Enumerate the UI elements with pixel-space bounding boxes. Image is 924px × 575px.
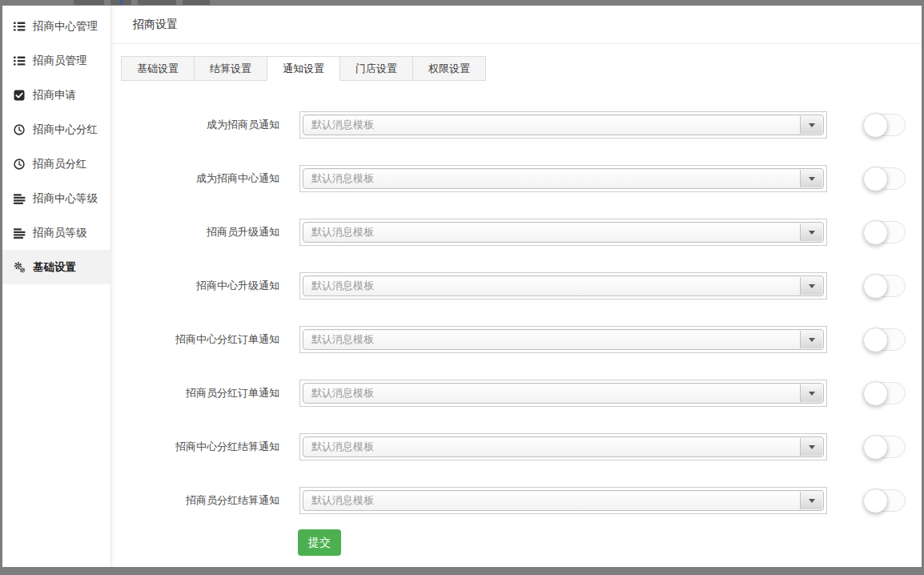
notification-toggle-off[interactable] (864, 275, 906, 297)
toggle-knob (863, 328, 888, 352)
row-label: 成为招商员通知 (111, 118, 279, 132)
template-select-wrapper: 默认消息模板 (299, 326, 827, 353)
notification-toggle-off[interactable] (864, 221, 906, 243)
template-select-wrapper: 默认消息模板 (299, 219, 827, 246)
selected-option-label: 默认消息模板 (311, 225, 374, 239)
toggle-knob (863, 113, 888, 138)
dropdown-arrow-icon (800, 331, 822, 348)
selected-option-label: 默认消息模板 (311, 493, 374, 508)
list-icon (13, 21, 26, 32)
row-label: 招商中心升级通知 (111, 279, 279, 293)
dropdown-arrow-icon (800, 170, 822, 187)
notification-toggle-off[interactable] (864, 436, 906, 458)
clock-icon (13, 159, 26, 170)
sidebar-item-label: 招商员分红 (33, 157, 87, 171)
sidebar: 招商中心管理招商员管理招商申请招商中心分红招商员分红招商中心等级招商员等级基础设… (2, 6, 111, 567)
template-select[interactable]: 默认消息模板 (303, 168, 824, 189)
template-select-wrapper: 默认消息模板 (299, 380, 827, 407)
form-row: 招商中心升级通知默认消息模板 (111, 272, 922, 300)
sidebar-item-label: 招商中心分红 (33, 123, 98, 137)
form-row: 招商中心分红结算通知默认消息模板 (111, 433, 922, 460)
sidebar-item[interactable]: 招商员管理 (2, 43, 110, 78)
page-title: 招商设置 (133, 18, 178, 32)
template-select-wrapper: 默认消息模板 (299, 487, 827, 514)
list-icon (13, 55, 26, 66)
dropdown-arrow-icon (800, 116, 822, 134)
toggle-knob (863, 381, 888, 406)
sidebar-menu: 招商中心管理招商员管理招商申请招商中心分红招商员分红招商中心等级招商员等级基础设… (2, 9, 110, 284)
tab[interactable]: 权限设置 (412, 56, 486, 81)
row-label: 招商员分红结算通知 (111, 493, 279, 508)
selected-option-label: 默认消息模板 (311, 386, 374, 400)
sidebar-item-label: 招商中心管理 (33, 19, 98, 34)
toggle-knob (863, 274, 888, 299)
tab[interactable]: 门店设置 (339, 56, 413, 81)
sidebar-item-label: 招商中心等级 (33, 191, 98, 206)
template-select[interactable]: 默认消息模板 (303, 329, 824, 350)
notification-toggle-off[interactable] (864, 167, 906, 190)
template-select-wrapper: 默认消息模板 (299, 433, 827, 460)
levels-icon (13, 193, 26, 204)
row-label: 成为招商中心通知 (111, 171, 279, 186)
form-row: 招商员分红结算通知默认消息模板 (111, 487, 922, 514)
row-label: 招商中心分红订单通知 (111, 332, 279, 347)
notification-toggle-off[interactable] (864, 114, 906, 136)
dropdown-arrow-icon (800, 492, 822, 509)
sidebar-item[interactable]: 招商申请 (2, 78, 110, 112)
gears-icon (13, 261, 26, 273)
window-frame: 招商中心管理招商员管理招商申请招商中心分红招商员分红招商中心等级招商员等级基础设… (0, 0, 924, 575)
row-label: 招商中心分红结算通知 (111, 440, 279, 454)
sidebar-item-label: 招商申请 (33, 88, 76, 103)
template-select[interactable]: 默认消息模板 (303, 222, 824, 243)
form-row: 招商员升级通知默认消息模板 (111, 219, 922, 246)
sidebar-item-label: 招商员等级 (33, 226, 87, 240)
sidebar-item-label: 招商员管理 (33, 54, 87, 68)
form-row: 招商员分红订单通知默认消息模板 (111, 380, 922, 407)
main-content: 招商设置 基础设置结算设置通知设置门店设置权限设置 成为招商员通知默认消息模板成… (111, 6, 922, 567)
submit-button[interactable]: 提交 (298, 529, 341, 556)
template-select-wrapper: 默认消息模板 (299, 111, 827, 139)
check-square-icon (13, 90, 26, 101)
toggle-knob (863, 489, 888, 513)
notification-toggle-off[interactable] (864, 382, 906, 404)
sidebar-item[interactable]: 招商中心分红 (2, 112, 110, 147)
tab[interactable]: 结算设置 (194, 56, 267, 81)
notification-toggle-off[interactable] (864, 489, 906, 512)
dropdown-arrow-icon (800, 438, 822, 456)
tab[interactable]: 基础设置 (121, 56, 195, 81)
clock-icon (13, 124, 26, 135)
levels-icon (13, 227, 26, 239)
row-label: 招商员升级通知 (111, 225, 279, 239)
template-select[interactable]: 默认消息模板 (303, 490, 824, 511)
row-label: 招商员分红订单通知 (111, 386, 279, 400)
sidebar-item[interactable]: 招商中心管理 (2, 9, 110, 43)
tab-active[interactable]: 通知设置 (267, 56, 340, 81)
form-row: 成为招商中心通知默认消息模板 (111, 165, 922, 192)
template-select-wrapper: 默认消息模板 (299, 272, 827, 300)
template-select[interactable]: 默认消息模板 (303, 436, 824, 457)
sidebar-item[interactable]: 招商员分红 (2, 147, 110, 181)
sidebar-item-active[interactable]: 基础设置 (2, 250, 110, 284)
selected-option-label: 默认消息模板 (311, 171, 374, 186)
template-select[interactable]: 默认消息模板 (303, 115, 824, 135)
toggle-knob (863, 435, 888, 460)
template-select-wrapper: 默认消息模板 (299, 165, 827, 192)
form-row: 招商中心分红订单通知默认消息模板 (111, 326, 922, 353)
sidebar-item[interactable]: 招商中心等级 (2, 181, 110, 215)
app-window: 招商中心管理招商员管理招商申请招商中心分红招商员分红招商中心等级招商员等级基础设… (2, 6, 922, 567)
notification-toggle-off[interactable] (864, 328, 906, 351)
dropdown-arrow-icon (800, 223, 822, 241)
tab-bar: 基础设置结算设置通知设置门店设置权限设置 (121, 56, 922, 81)
sidebar-item-label: 基础设置 (33, 260, 76, 275)
selected-option-label: 默认消息模板 (311, 440, 374, 454)
form-row: 成为招商员通知默认消息模板 (111, 111, 922, 139)
template-select[interactable]: 默认消息模板 (303, 275, 824, 296)
page-header: 招商设置 (111, 6, 922, 44)
toggle-knob (863, 220, 888, 245)
dropdown-arrow-icon (800, 277, 822, 295)
settings-form: 成为招商员通知默认消息模板成为招商中心通知默认消息模板招商员升级通知默认消息模板… (111, 111, 922, 514)
selected-option-label: 默认消息模板 (311, 118, 374, 132)
template-select[interactable]: 默认消息模板 (303, 383, 824, 404)
selected-option-label: 默认消息模板 (311, 279, 374, 293)
sidebar-item[interactable]: 招商员等级 (2, 215, 110, 250)
